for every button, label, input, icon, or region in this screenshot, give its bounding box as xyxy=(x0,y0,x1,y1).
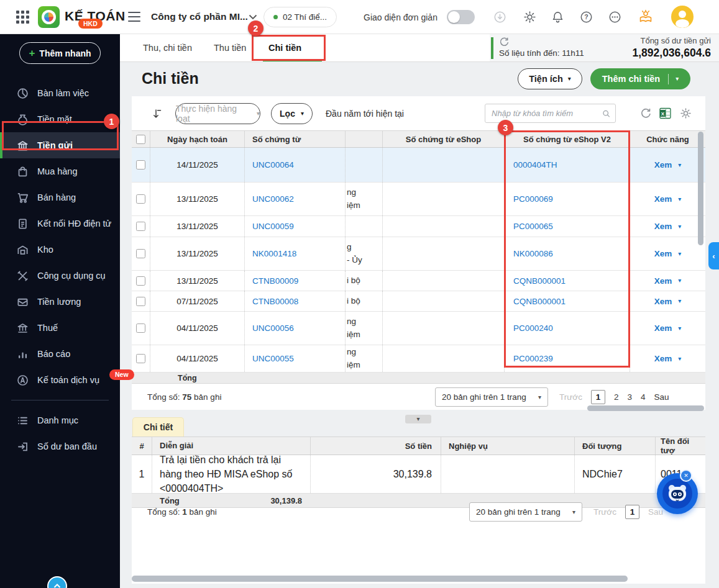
doc-link[interactable]: UNC00062 xyxy=(252,194,294,204)
more-icon[interactable] xyxy=(608,11,621,24)
sidebar-item-purchase[interactable]: Mua hàng xyxy=(0,158,120,184)
page-number[interactable]: 1 xyxy=(591,390,605,404)
row-checkbox[interactable] xyxy=(136,249,145,258)
sidebar-item-cash[interactable]: Tiền mặt xyxy=(0,106,120,132)
page-size-select[interactable]: 20 bản ghi trên 1 trang ▾ xyxy=(435,387,548,407)
doc-link[interactable]: CTNB00009 xyxy=(252,276,298,286)
bell-icon[interactable] xyxy=(551,11,564,24)
column-settings-icon[interactable] xyxy=(680,107,692,119)
row-checkbox[interactable] xyxy=(136,276,145,286)
menu-toggle-icon[interactable] xyxy=(128,12,140,22)
col-date[interactable]: Ngày hạch toán xyxy=(150,131,245,147)
table-row[interactable]: 07/11/2025 CTNB00008 i bộ CQNB000001 Xem… xyxy=(132,291,705,312)
eshop-v2-link[interactable]: PC000069 xyxy=(513,194,553,204)
avatar[interactable] xyxy=(671,6,694,28)
guide-lamp-icon[interactable] xyxy=(638,9,653,24)
page-size-select[interactable]: 20 bản ghi trên 1 trang ▾ xyxy=(469,502,582,522)
col-object[interactable]: Đối tượng xyxy=(575,437,656,455)
page-number[interactable]: 1 xyxy=(625,505,639,519)
view-action[interactable]: Xem xyxy=(654,160,672,170)
detail-row[interactable]: 1 Trả lại tiền cho khách trả lại hàng th… xyxy=(132,455,705,494)
download-icon[interactable] xyxy=(493,11,506,24)
doc-link[interactable]: UNC00055 xyxy=(252,354,294,363)
row-checkbox[interactable] xyxy=(136,297,145,306)
sidebar-item-bank-deposit[interactable]: Tiền gửi xyxy=(0,132,120,158)
eshop-v2-link[interactable]: CQNB000001 xyxy=(513,297,566,306)
sidebar-item-warehouse[interactable]: Kho xyxy=(0,237,120,263)
tab-thu-tien[interactable]: Thu tiền xyxy=(214,34,246,61)
gear-icon[interactable] xyxy=(523,11,536,24)
sidebar-item-accounting-service[interactable]: Kế toán dịch vụ New xyxy=(0,367,120,393)
app-launcher-icon[interactable] xyxy=(16,11,29,24)
next-page[interactable]: Sau xyxy=(654,392,669,402)
next-page[interactable]: Sau xyxy=(648,507,663,517)
view-action[interactable]: Xem xyxy=(654,297,672,306)
detail-tab[interactable]: Chi tiết xyxy=(132,417,184,436)
table-row[interactable]: 13/11/2025 UNC00059 PC000065 Xem▾ xyxy=(132,216,705,237)
caret-down-icon[interactable]: ▾ xyxy=(678,298,681,304)
tab-chi-tien[interactable]: Chi tiền xyxy=(268,34,301,61)
app-logo[interactable] xyxy=(38,6,60,28)
col-eshop[interactable]: Số chứng từ eShop xyxy=(383,131,505,147)
chevron-down-icon[interactable] xyxy=(249,14,257,20)
collapse-detail-button[interactable]: ▾ xyxy=(405,415,431,423)
view-action[interactable]: Xem xyxy=(654,323,672,333)
view-action[interactable]: Xem xyxy=(654,222,672,231)
eshop-v2-link[interactable]: PC000240 xyxy=(513,323,553,333)
add-payment-button[interactable]: Thêm chi tiền ▾ xyxy=(590,68,690,89)
environment-badge[interactable]: 02 Thí điể... xyxy=(263,7,337,27)
chatbot-close-button[interactable]: ✕ xyxy=(680,469,692,482)
col-doc-no[interactable]: Số chứng từ xyxy=(245,131,346,147)
view-action[interactable]: Xem xyxy=(654,354,672,363)
caret-down-icon[interactable]: ▾ xyxy=(678,224,681,230)
doc-link[interactable]: UNC00064 xyxy=(252,160,294,170)
caret-down-icon[interactable]: ▾ xyxy=(678,162,681,168)
row-checkbox[interactable] xyxy=(136,194,145,204)
sort-icon[interactable] xyxy=(152,108,163,119)
view-action[interactable]: Xem xyxy=(654,249,672,258)
caret-down-icon[interactable]: ▾ xyxy=(678,278,681,284)
col-actions[interactable]: Chức năng xyxy=(630,131,705,147)
page-number[interactable]: 3 xyxy=(627,392,632,402)
col-object-name[interactable]: Tên đối tượ xyxy=(656,437,705,455)
doc-link[interactable]: NK0001418 xyxy=(252,249,296,258)
doc-link[interactable]: UNC00059 xyxy=(252,222,294,231)
expand-panel-tab[interactable]: ‹ xyxy=(708,242,719,269)
company-selector[interactable]: Công ty cổ phần MI... xyxy=(151,11,248,22)
horizontal-scrollbar[interactable] xyxy=(132,576,628,582)
col-description[interactable]: Diễn giải xyxy=(152,437,311,455)
sidebar-item-tax[interactable]: Thuế xyxy=(0,315,120,341)
eshop-v2-link[interactable]: PC000239 xyxy=(513,354,553,363)
sidebar-item-dashboard[interactable]: Bàn làm việc xyxy=(0,80,120,106)
doc-link[interactable]: CTNB00008 xyxy=(252,297,298,306)
table-row[interactable]: 14/11/2025 UNC00064 0000404TH Xem▾ xyxy=(132,148,705,183)
select-all-checkbox[interactable] xyxy=(136,135,145,144)
caret-down-icon[interactable]: ▾ xyxy=(678,325,681,332)
refresh-icon[interactable] xyxy=(640,107,652,119)
simple-ui-toggle[interactable] xyxy=(447,10,475,24)
view-action[interactable]: Xem xyxy=(654,276,672,286)
table-row[interactable]: 13/11/2025 NK0001418 g - Ủy NK000086 Xem… xyxy=(132,237,705,271)
chatbot-button[interactable] xyxy=(657,473,698,514)
prev-page[interactable]: Trước xyxy=(593,507,616,517)
row-checkbox[interactable] xyxy=(136,222,145,231)
eshop-v2-link[interactable]: NK000086 xyxy=(513,249,553,258)
col-business[interactable]: Nghiệp vụ xyxy=(441,437,575,455)
eshop-v2-link[interactable]: PC000065 xyxy=(513,222,553,231)
page-number[interactable]: 4 xyxy=(641,392,646,402)
caret-down-icon[interactable]: ▾ xyxy=(678,196,681,202)
eshop-v2-link[interactable]: CQNB000001 xyxy=(513,276,566,286)
tab-thu-chi-tien[interactable]: Thu, chi tiền xyxy=(143,34,192,61)
sidebar-item-opening-balance[interactable]: Số dư ban đầu xyxy=(0,433,120,459)
scroll-top-button[interactable] xyxy=(47,576,67,588)
help-icon[interactable]: ? xyxy=(580,11,593,24)
table-row[interactable]: 04/11/2025 UNC00056 ng iệm PC000240 Xem▾ xyxy=(132,312,705,345)
table-row[interactable]: 13/11/2025 CTNB00009 i bộ CQNB000001 Xem… xyxy=(132,271,705,291)
col-eshop-v2[interactable]: Số chứng từ eShop V2 xyxy=(505,131,630,147)
sidebar-item-einvoice[interactable]: Kết nối HĐ điện tử xyxy=(0,210,120,237)
view-action[interactable]: Xem xyxy=(654,194,672,204)
caret-down-icon[interactable]: ▾ xyxy=(678,356,681,362)
prev-page[interactable]: Trước xyxy=(559,392,582,402)
col-amount[interactable]: Số tiền xyxy=(311,437,441,455)
sidebar-item-tools[interactable]: Công cụ dụng cụ xyxy=(0,263,120,289)
